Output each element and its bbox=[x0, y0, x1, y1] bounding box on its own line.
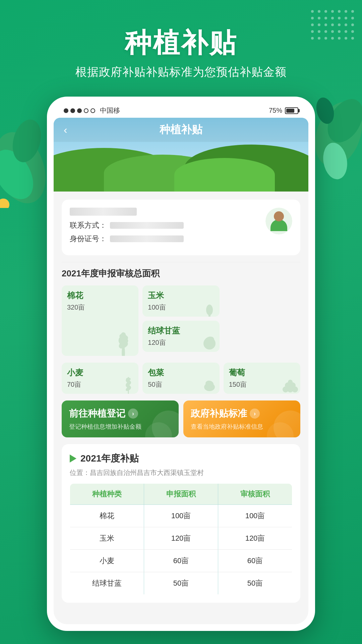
phone-mockup-container: 中国移 75% ‹ 种植补贴 bbox=[0, 97, 362, 631]
nav-overlay: ‹ 种植补贴 bbox=[54, 118, 308, 142]
subsidy-table: 种植种类 申报面积 审核面积 棉花100亩100亩玉米120亩120亩小麦60亩… bbox=[70, 483, 292, 595]
crop-card-cabbage: 结球甘蓝 120亩 bbox=[142, 321, 219, 352]
contact-field: 联系方式： bbox=[70, 220, 265, 230]
hill-4 bbox=[174, 158, 275, 192]
signal-dot-2 bbox=[70, 108, 75, 113]
app-header: ‹ 种植补贴 bbox=[54, 118, 308, 192]
arrow-icon-register: › bbox=[128, 409, 138, 419]
arrow-icon-standard: › bbox=[250, 409, 260, 419]
crop-icon-corn bbox=[196, 293, 220, 317]
crop-icon-grape bbox=[277, 370, 300, 394]
signal-dot-3 bbox=[77, 108, 82, 113]
battery-icon bbox=[285, 107, 298, 114]
svg-point-35 bbox=[292, 386, 298, 392]
battery-fill bbox=[286, 109, 294, 113]
status-bar: 中国移 75% bbox=[54, 103, 308, 118]
back-button[interactable]: ‹ bbox=[64, 124, 67, 136]
table-cell-crop: 玉米 bbox=[70, 527, 144, 550]
signal-dot-1 bbox=[64, 108, 68, 113]
location-value: 昌吉回族自治州昌吉市大西渠镇玉堂村 bbox=[90, 469, 204, 476]
svg-point-14 bbox=[121, 332, 126, 337]
table-cell-crop: 棉花 bbox=[70, 505, 144, 527]
subsidy-section: 2021年度补贴 位置：昌吉回族自治州昌吉市大西渠镇玉堂村 种植种类 申报面积 … bbox=[62, 444, 300, 603]
action-buttons: 前往种植登记 › 登记种植信息增加补贴金额 政府补贴标准 › 查看当地政府补贴标… bbox=[62, 400, 300, 437]
crop-card-grape: 葡萄 150亩 bbox=[224, 363, 300, 394]
hero-section: 种植补贴 根据政府补贴补贴标准为您预估补贴金额 bbox=[0, 0, 362, 90]
hills bbox=[54, 147, 308, 192]
table-cell-declared: 120亩 bbox=[144, 527, 218, 550]
page-hero-subtitle: 根据政府补贴补贴标准为您预估补贴金额 bbox=[0, 64, 362, 80]
id-label: 身份证号： bbox=[70, 234, 107, 244]
subsidy-location: 位置：昌吉回族自治州昌吉市大西渠镇玉堂村 bbox=[70, 468, 292, 477]
table-cell-declared: 50亩 bbox=[144, 572, 218, 595]
crop-icon-cabbage bbox=[196, 328, 220, 352]
divider bbox=[62, 262, 300, 262]
signal-dot-5 bbox=[90, 108, 95, 113]
table-cell-verified: 100亩 bbox=[218, 505, 292, 527]
bottom-padding bbox=[62, 603, 300, 616]
table-cell-verified: 60亩 bbox=[218, 550, 292, 572]
content-area: 联系方式： 身份证号： bbox=[54, 192, 308, 624]
contact-value-blurred bbox=[110, 222, 184, 229]
planting-register-button[interactable]: 前往种植登记 › 登记种植信息增加补贴金额 bbox=[62, 400, 179, 437]
battery-percentage: 75% bbox=[269, 107, 282, 114]
contact-label: 联系方式： bbox=[70, 220, 107, 230]
table-cell-verified: 120亩 bbox=[218, 527, 292, 550]
table-row: 棉花100亩100亩 bbox=[70, 505, 292, 527]
table-cell-verified: 50亩 bbox=[218, 572, 292, 595]
table-cell-declared: 100亩 bbox=[144, 505, 218, 527]
svg-point-36 bbox=[288, 380, 293, 384]
phone-frame: 中国移 75% ‹ 种植补贴 bbox=[47, 97, 315, 631]
crop-name-cotton: 棉花 bbox=[67, 290, 133, 301]
year-section-title: 2021年度申报审核总面积 bbox=[62, 268, 300, 279]
crop-grid: 棉花 320亩 玉米 100 bbox=[62, 285, 300, 360]
user-card: 联系方式： 身份证号： bbox=[62, 200, 300, 255]
crop-card-cotton: 棉花 320亩 bbox=[62, 285, 138, 356]
signal-dot-4 bbox=[84, 108, 88, 113]
avatar-head bbox=[274, 211, 284, 221]
gov-standard-button[interactable]: 政府补贴标准 › 查看当地政府补贴标准信息 bbox=[183, 400, 300, 437]
avatar bbox=[265, 208, 292, 234]
subsidy-year-title: 2021年度补贴 bbox=[80, 452, 139, 465]
svg-point-34 bbox=[283, 386, 289, 392]
location-label: 位置： bbox=[70, 469, 90, 476]
avatar-figure bbox=[265, 208, 292, 234]
signal-indicators: 中国移 bbox=[64, 106, 120, 115]
carrier-name: 中国移 bbox=[100, 106, 120, 115]
nav-title: 种植补贴 bbox=[160, 122, 202, 137]
table-row: 小麦60亩60亩 bbox=[70, 550, 292, 572]
id-field: 身份证号： bbox=[70, 234, 265, 244]
user-info: 联系方式： 身份证号： bbox=[70, 208, 265, 247]
battery-area: 75% bbox=[269, 107, 298, 114]
id-value-blurred bbox=[110, 235, 184, 242]
crop-card-pakchoi: 包菜 50亩 bbox=[142, 363, 219, 394]
table-row: 结球甘蓝50亩50亩 bbox=[70, 572, 292, 595]
subsidy-header: 2021年度补贴 bbox=[70, 452, 292, 465]
table-cell-crop: 结球甘蓝 bbox=[70, 572, 144, 595]
table-cell-declared: 60亩 bbox=[144, 550, 218, 572]
user-name-blurred bbox=[70, 208, 137, 216]
table-header-verified: 审核面积 bbox=[218, 484, 292, 505]
svg-point-27 bbox=[126, 378, 131, 380]
crop-icon-cotton bbox=[103, 321, 138, 356]
table-row: 玉米120亩120亩 bbox=[70, 527, 292, 550]
crop-area-cotton: 320亩 bbox=[67, 303, 133, 312]
table-header-crop: 种植种类 bbox=[70, 484, 144, 505]
crop-icon-wheat bbox=[115, 370, 138, 394]
crop-icon-pakchoi bbox=[196, 370, 220, 394]
table-header-declared: 申报面积 bbox=[144, 484, 218, 505]
table-cell-crop: 小麦 bbox=[70, 550, 144, 572]
triangle-icon bbox=[70, 454, 76, 463]
crop-card-corn: 玉米 100亩 bbox=[142, 285, 219, 317]
page-hero-title: 种植补贴 bbox=[0, 27, 362, 59]
crop-card-wheat: 小麦 70亩 bbox=[62, 363, 138, 394]
